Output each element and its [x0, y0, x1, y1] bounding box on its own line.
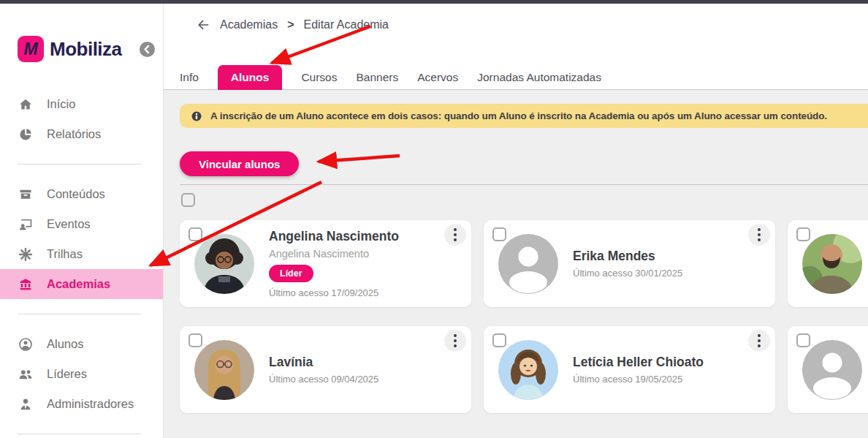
chevron-left-circle-icon	[139, 41, 156, 58]
breadcrumb-item-editar-academia: Editar Academia	[304, 18, 389, 31]
student-card	[788, 220, 868, 307]
student-info: LavíniaÚltimo acesso 09/04/2025	[269, 326, 439, 413]
info-banner-text: A inscrição de um Aluno acontece em dois…	[210, 110, 827, 121]
leaders-people-icon	[18, 367, 33, 382]
sidebar-item-label: Trilhas	[47, 247, 83, 261]
home-icon	[18, 97, 33, 112]
sidebar-collapse-button[interactable]	[139, 41, 156, 58]
student-checkbox[interactable]	[796, 227, 810, 241]
sidebar-item-label: Líderes	[47, 367, 87, 381]
sidebar-item-label: Relatórios	[47, 127, 101, 141]
student-name: Angelina Nascimento	[269, 229, 439, 244]
arrow-left-icon[interactable]	[196, 18, 210, 32]
student-card-erika-mendes: Erika MendesÚltimo acesso 30/01/2025	[484, 220, 775, 307]
student-name: Lavínia	[269, 355, 439, 370]
sidebar-item-relatorios[interactable]: Relatórios	[0, 119, 163, 149]
student-avatar	[498, 340, 558, 400]
content-box-icon	[18, 187, 33, 202]
tab-banners[interactable]: Banners	[357, 65, 399, 90]
tab-acervos[interactable]: Acervos	[417, 65, 458, 90]
trail-burst-icon	[18, 247, 33, 262]
card-menu-button[interactable]	[748, 330, 770, 352]
card-menu-button[interactable]	[748, 224, 770, 246]
tab-alunos[interactable]: Alunos	[218, 65, 283, 90]
student-card	[788, 326, 868, 413]
sidebar-item-label: Administradores	[47, 397, 134, 411]
student-card-leticia-heller-chioato: Letícia Heller ChioatoÚltimo acesso 19/0…	[484, 326, 775, 413]
kebab-menu-icon	[758, 228, 761, 232]
student-card-lavinia: LavíniaÚltimo acesso 09/04/2025	[180, 326, 471, 413]
student-checkbox[interactable]	[492, 333, 506, 347]
breadcrumb-separator: >	[287, 18, 294, 31]
student-avatar	[498, 234, 558, 294]
top-accent-bar	[0, 0, 868, 4]
sidebar-item-label: Academias	[47, 277, 110, 291]
cartoon-woman-avatar	[498, 340, 558, 400]
sidebar-item-label: Eventos	[47, 217, 91, 231]
photo-woman-curly-hair	[194, 234, 254, 294]
info-icon	[190, 110, 203, 123]
sidebar-item-administradores[interactable]: Administradores	[0, 389, 163, 419]
tab-bar: InfoAlunosCursosBannersAcervosJornadas A…	[180, 65, 601, 90]
student-checkbox[interactable]	[492, 227, 506, 241]
sidebar-item-label: Conteúdos	[47, 187, 105, 201]
sidebar-item-label: Início	[47, 97, 75, 111]
tab-info[interactable]: Info	[180, 65, 199, 90]
card-menu-button[interactable]	[444, 330, 466, 352]
student-checkbox[interactable]	[189, 227, 202, 241]
student-subtitle: Angelina Nascimento	[269, 248, 439, 260]
student-info: Erika MendesÚltimo acesso 30/01/2025	[573, 220, 743, 307]
sidebar-item-eventos[interactable]: Eventos	[0, 209, 163, 239]
sidebar-item-lideres[interactable]: Líderes	[0, 359, 163, 389]
sidebar-divider	[18, 164, 141, 165]
admin-person-icon	[18, 397, 33, 412]
student-checkbox[interactable]	[189, 333, 202, 347]
photo-woman-glasses	[194, 340, 254, 400]
sidebar-divider	[18, 434, 141, 434]
mobiliza-logo-icon: M	[18, 36, 44, 62]
vincular-alunos-button[interactable]: Vincular alunos	[180, 151, 299, 176]
page-header: Academias > Editar Academia InfoAlunosCu…	[164, 4, 868, 90]
student-info: Angelina NascimentoAngelina NascimentoLí…	[269, 220, 439, 307]
student-card-angelina-nascimento: Angelina NascimentoAngelina NascimentoLí…	[180, 220, 471, 307]
last-access: Último acesso 30/01/2025	[573, 268, 743, 279]
kebab-menu-icon	[758, 334, 761, 338]
leader-badge: Líder	[269, 265, 313, 282]
sidebar-nav: InícioRelatóriosConteúdosEventosTrilhasA…	[0, 89, 163, 438]
logo-wordmark: Mobiliza	[50, 38, 122, 61]
sidebar-divider	[18, 314, 141, 314]
student-name: Erika Mendes	[573, 249, 743, 264]
sidebar-item-trilhas[interactable]: Trilhas	[0, 239, 163, 269]
tab-content-alunos: A inscrição de um Aluno acontece em dois…	[164, 90, 868, 438]
tab-cursos[interactable]: Cursos	[301, 65, 337, 90]
sidebar-item-academias[interactable]: Academias	[0, 269, 163, 299]
kebab-menu-icon	[454, 334, 457, 338]
placeholder-avatar	[498, 234, 558, 294]
student-avatar	[802, 340, 862, 400]
student-avatar	[194, 234, 254, 294]
student-avatar	[802, 234, 862, 294]
sidebar: M Mobiliza InícioRelatóriosConteúdosEven…	[0, 4, 164, 438]
breadcrumb: Academias > Editar Academia	[196, 18, 389, 32]
event-presentation-icon	[18, 217, 33, 232]
breadcrumb-item-academias[interactable]: Academias	[220, 18, 278, 31]
academy-bank-icon	[18, 277, 33, 292]
sidebar-item-conteudos[interactable]: Conteúdos	[0, 179, 163, 209]
sidebar-item-alunos[interactable]: Alunos	[0, 329, 163, 359]
sidebar-item-label: Alunos	[47, 337, 83, 351]
sidebar-item-inicio[interactable]: Início	[0, 89, 163, 119]
kebab-menu-icon	[454, 228, 457, 232]
student-name: Letícia Heller Chioato	[573, 355, 743, 370]
last-access: Último acesso 17/09/2025	[269, 287, 439, 298]
last-access: Último acesso 09/04/2025	[269, 374, 439, 385]
placeholder-avatar	[802, 340, 862, 400]
select-all-checkbox[interactable]	[181, 193, 195, 207]
student-checkbox[interactable]	[796, 333, 810, 347]
photo-man-beard	[802, 234, 862, 294]
card-menu-button[interactable]	[444, 224, 466, 246]
student-avatar	[194, 340, 254, 400]
list-divider	[180, 184, 868, 185]
last-access: Último acesso 19/05/2025	[573, 374, 743, 385]
student-circle-icon	[18, 337, 33, 352]
tab-jornadas-automatizadas[interactable]: Jornadas Automatizadas	[477, 65, 601, 90]
